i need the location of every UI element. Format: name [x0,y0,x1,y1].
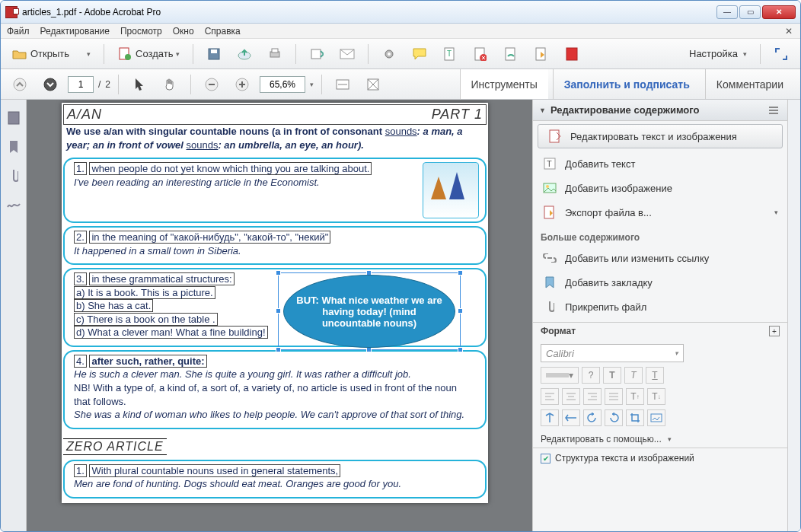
svg-rect-17 [566,48,577,60]
bookmark-icon[interactable] [6,139,21,155]
menu-view[interactable]: Просмотр [120,26,162,37]
menu-edit[interactable]: Редактирование [40,26,110,37]
doc-block-2: 2. in the meaning of "какой-нибудь", "ка… [63,226,487,265]
rotate-ccw-button[interactable] [583,409,602,426]
tool-rotate-page[interactable] [498,43,524,65]
tool-comment[interactable] [407,43,432,65]
crop-button[interactable] [626,409,644,426]
panel-menu-icon[interactable] [766,103,781,118]
italic-button[interactable]: T [624,367,643,384]
tool-delete-page[interactable] [468,43,493,65]
right-panel-scrollbar[interactable] [787,100,800,531]
underline-button[interactable]: T [646,367,664,384]
page-total: 2 [105,79,110,90]
align-center-button[interactable] [562,388,580,405]
flip-vertical-button[interactable] [541,409,559,426]
svg-point-18 [14,78,26,91]
zoom-input[interactable] [260,76,305,93]
svg-rect-29 [769,110,778,111]
page-sep: / [98,79,101,90]
svg-text:T: T [447,49,452,58]
thumbnails-icon[interactable] [6,110,21,126]
titlebar: articles_1.pdf - Adobe Acrobat Pro — ▭ ✕ [1,1,800,24]
replace-image-button[interactable] [647,409,665,426]
open-dropdown[interactable] [79,43,96,65]
panel-item-add-text[interactable]: T Добавить текст [533,151,787,176]
paperclip-icon [542,299,557,314]
zoom-in-button[interactable] [229,74,255,95]
maximize-button[interactable]: ▭ [739,5,761,19]
zero-article-title: ZERO ARTICLE [63,438,167,455]
open-button[interactable]: Открыть [7,43,75,65]
page-down-button[interactable] [37,74,63,95]
fit-page-icon [365,77,381,92]
save-cloud-button[interactable] [231,43,257,65]
plus-icon [235,77,250,92]
menubar: Файл Редактирование Просмотр Окно Справк… [1,24,800,39]
create-label: Создать [136,48,173,59]
fit-page-button[interactable] [360,74,386,95]
page-up-button[interactable] [7,74,33,95]
envelope-icon [340,46,355,62]
minimize-button[interactable]: — [716,5,738,19]
font-combo[interactable]: Calibri▾ [541,344,684,362]
close-button[interactable]: ✕ [762,5,796,19]
share-button[interactable] [304,43,330,65]
printer-icon [267,46,282,62]
tool-export-page[interactable] [528,43,554,65]
attachments-icon[interactable] [6,168,21,183]
right-panel: ▼ Редактирование содержимого Редактирова… [532,100,800,531]
select-tool[interactable] [126,74,152,95]
align-justify-button[interactable] [605,388,623,405]
panel-item-link[interactable]: Добавить или изменить ссылку [533,246,787,270]
customize-button[interactable]: Настройка [684,43,752,65]
panel-item-edit-content[interactable]: Редактировать текст и изображения [538,124,783,148]
fit-width-button[interactable] [330,74,356,95]
menubar-close-icon[interactable]: ✕ [783,26,794,37]
subscript-button[interactable]: T↓ [647,388,665,405]
panel-item-bookmark[interactable]: Добавить закладку [533,270,787,295]
font-size-button[interactable]: ? [582,367,600,384]
tab-fill-sign[interactable]: Заполнить и подписать [553,69,700,99]
page-number-input[interactable] [68,76,94,93]
create-button[interactable]: Создать ▾ [112,43,185,65]
zoom-out-button[interactable] [199,74,225,95]
bold-button[interactable]: T [603,367,621,384]
email-button[interactable] [334,43,360,65]
hand-tool[interactable] [157,74,183,95]
tab-comments[interactable]: Комментарии [705,69,794,99]
cloud-upload-icon [237,46,252,62]
align-right-button[interactable] [583,388,602,405]
structure-checkbox-row[interactable]: ✔ Структура текста и изображений [533,448,787,468]
svg-rect-1 [125,54,131,60]
align-left-button[interactable] [541,388,559,405]
tool-pdf[interactable] [559,43,585,65]
right-panel-header[interactable]: ▼ Редактирование содержимого [533,100,787,121]
rotate-cw-button[interactable] [605,409,623,426]
panel-item-export[interactable]: Экспорт файла в... ▾ [533,200,787,225]
selected-ellipse[interactable]: BUT: What nice weather we are having tod… [283,275,455,348]
print-button[interactable] [262,43,288,65]
menu-file[interactable]: Файл [7,26,30,37]
save-button[interactable] [201,43,227,65]
expand-format-icon[interactable]: + [769,326,780,336]
add-image-icon [542,180,557,196]
superscript-button[interactable]: T↑ [626,388,644,405]
font-color-button[interactable]: ▾ [541,367,579,384]
flip-horizontal-button[interactable] [562,409,580,426]
panel-item-attach[interactable]: Прикрепить файл [533,295,787,319]
fullscreen-button[interactable] [768,43,794,65]
tool-edit-text[interactable]: T [437,43,463,65]
document-viewport[interactable]: A/AN PART 1 We use a/an with singular co… [27,100,532,531]
right-panel-title: Редактирование содержимого [550,104,700,116]
edit-with-row[interactable]: Редактировать с помощью...▾ [533,431,787,448]
tool-gear[interactable] [376,43,402,65]
bookmark-add-icon [542,275,557,290]
menu-window[interactable]: Окно [173,26,194,37]
svg-rect-31 [550,130,559,142]
svg-text:T: T [547,159,552,168]
tab-tools[interactable]: Инструменты [460,69,548,99]
signatures-icon[interactable] [6,197,21,212]
menu-help[interactable]: Справка [205,26,241,37]
panel-item-add-image[interactable]: Добавить изображение [533,176,787,200]
